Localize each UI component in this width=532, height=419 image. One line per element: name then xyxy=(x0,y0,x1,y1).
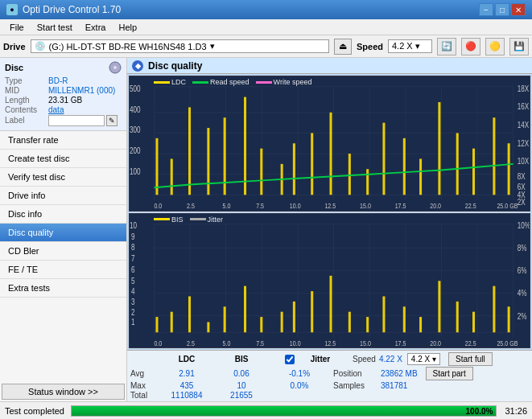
speed-info-label: Speed xyxy=(353,355,376,364)
stats-avg-bis: 0.06 xyxy=(217,369,266,378)
samples-label: Samples xyxy=(333,381,377,390)
sidebar-item-drive-info[interactable]: Drive info xyxy=(0,187,126,205)
menu-extra[interactable]: Extra xyxy=(79,22,113,33)
svg-rect-99 xyxy=(419,317,422,332)
svg-text:16X: 16X xyxy=(518,102,529,111)
speed-dropdown-select[interactable]: 4.2 X ▾ xyxy=(407,353,440,365)
svg-text:3: 3 xyxy=(131,297,135,306)
stats-header-ldc: LDC xyxy=(158,355,216,364)
svg-text:25.0 GB: 25.0 GB xyxy=(497,339,518,347)
jitter-checkbox[interactable] xyxy=(285,355,295,364)
svg-text:15.0: 15.0 xyxy=(360,202,371,210)
svg-rect-35 xyxy=(419,158,422,195)
menu-start-test[interactable]: Start test xyxy=(31,22,79,33)
stats-avg-ldc: 2.91 xyxy=(158,369,216,378)
stats-avg-jitter: -0.1% xyxy=(267,369,332,378)
disc-length-value: 23.31 GB xyxy=(48,96,82,105)
stats-max-ldc: 435 xyxy=(158,381,216,390)
svg-rect-104 xyxy=(508,306,510,332)
disc-type-value: BD-R xyxy=(48,76,68,85)
svg-rect-33 xyxy=(382,123,385,195)
svg-text:2: 2 xyxy=(131,307,135,316)
disc-length-row: Length 23.31 GB xyxy=(5,96,122,105)
sidebar-item-fe-te[interactable]: FE / TE xyxy=(0,261,126,279)
svg-text:5: 5 xyxy=(131,277,135,285)
position-label: Position xyxy=(333,369,377,378)
svg-text:0.0: 0.0 xyxy=(154,202,162,210)
refresh-button[interactable]: 🔄 xyxy=(437,38,456,55)
action-button-2[interactable]: 🟡 xyxy=(485,38,505,55)
svg-text:1: 1 xyxy=(131,318,135,327)
status-window-button[interactable]: Status window >> xyxy=(2,384,125,400)
svg-text:6: 6 xyxy=(131,265,135,274)
svg-rect-101 xyxy=(456,301,459,331)
start-part-button[interactable]: Start part xyxy=(426,367,473,380)
svg-text:8: 8 xyxy=(131,242,135,251)
drive-label: Drive xyxy=(3,42,26,51)
sidebar-item-create-test-disc[interactable]: Create test disc xyxy=(0,150,126,168)
svg-rect-26 xyxy=(260,149,262,195)
start-full-button[interactable]: Start full xyxy=(448,352,493,366)
upper-chart-legend: LDC Read speed Write speed xyxy=(154,78,311,86)
stats-total-bis: 21655 xyxy=(217,391,266,400)
disc-label-label: Label xyxy=(5,116,45,125)
disc-mid-value: MILLENMR1 (000) xyxy=(48,86,115,95)
disc-contents-value[interactable]: data xyxy=(48,105,64,114)
sidebar-item-disc-info[interactable]: Disc info xyxy=(0,205,126,224)
svg-rect-22 xyxy=(188,107,191,195)
sidebar-item-disc-quality[interactable]: Disc quality xyxy=(0,224,126,242)
speed-info-value: 4.22 X xyxy=(379,355,402,364)
eject-button[interactable]: ⏏ xyxy=(334,39,352,55)
cd-bler-label: CD Bler xyxy=(8,246,39,256)
progress-bar-fill xyxy=(72,406,496,416)
label-input[interactable] xyxy=(48,115,105,126)
drive-select[interactable]: 💿 (G:) HL-DT-ST BD-RE WH16NS48 1.D3 ▾ xyxy=(31,39,329,53)
svg-text:100: 100 xyxy=(130,167,141,176)
create-test-disc-label: Create test disc xyxy=(8,154,69,163)
content-header: ◆ Disc quality xyxy=(127,58,532,74)
svg-rect-21 xyxy=(171,158,173,195)
save-button[interactable]: 💾 xyxy=(509,38,529,55)
disc-length-label: Length xyxy=(5,96,45,105)
menu-help[interactable]: Help xyxy=(112,22,143,33)
window-controls: − □ ✕ xyxy=(479,3,526,16)
menu-file[interactable]: File xyxy=(3,22,31,33)
sidebar-item-cd-bler[interactable]: CD Bler xyxy=(0,242,126,261)
maximize-button[interactable]: □ xyxy=(495,3,509,16)
legend-jitter-label: Jitter xyxy=(208,216,224,224)
svg-rect-38 xyxy=(472,149,475,195)
svg-rect-89 xyxy=(244,285,246,332)
app-title: Opti Drive Control 1.70 xyxy=(23,4,121,15)
sidebar: Disc Type BD-R MID MILLENMR1 (000) Lengt… xyxy=(0,58,127,401)
lower-chart: BIS Jitter xyxy=(129,213,530,349)
svg-text:15.0: 15.0 xyxy=(360,339,371,347)
lower-chart-legend: BIS Jitter xyxy=(154,216,223,224)
label-field: ✎ xyxy=(48,115,118,126)
svg-rect-37 xyxy=(456,133,459,195)
disc-mid-label: MID xyxy=(5,86,45,95)
close-button[interactable]: ✕ xyxy=(511,3,526,16)
label-edit-button[interactable]: ✎ xyxy=(106,115,118,126)
svg-text:2%: 2% xyxy=(518,311,527,320)
svg-rect-90 xyxy=(260,317,262,332)
speed-select[interactable]: 4.2 X ▾ xyxy=(388,39,432,53)
legend-ldc-label: LDC xyxy=(171,78,186,86)
sidebar-item-transfer-rate[interactable]: Transfer rate xyxy=(0,131,126,150)
samples-row: Samples 381781 xyxy=(333,381,407,390)
stats-max-bis: 10 xyxy=(217,381,266,390)
legend-ldc: LDC xyxy=(154,78,186,86)
svg-text:20.0: 20.0 xyxy=(430,202,441,210)
speed-dropdown[interactable]: 4.2 X ▾ xyxy=(407,353,440,365)
minimize-button[interactable]: − xyxy=(479,3,493,16)
svg-rect-92 xyxy=(293,301,295,331)
svg-text:2.5: 2.5 xyxy=(187,202,195,210)
legend-bis: BIS xyxy=(154,216,184,224)
sidebar-item-extra-tests[interactable]: Extra tests xyxy=(0,279,126,298)
action-button-1[interactable]: 🔴 xyxy=(461,38,480,55)
svg-text:14X: 14X xyxy=(518,121,529,129)
svg-text:8%: 8% xyxy=(518,244,527,253)
disc-label-row: Label ✎ xyxy=(5,115,122,126)
svg-text:5.0: 5.0 xyxy=(223,202,231,210)
sidebar-item-verify-test-disc[interactable]: Verify test disc xyxy=(0,168,126,187)
svg-rect-91 xyxy=(281,311,283,332)
